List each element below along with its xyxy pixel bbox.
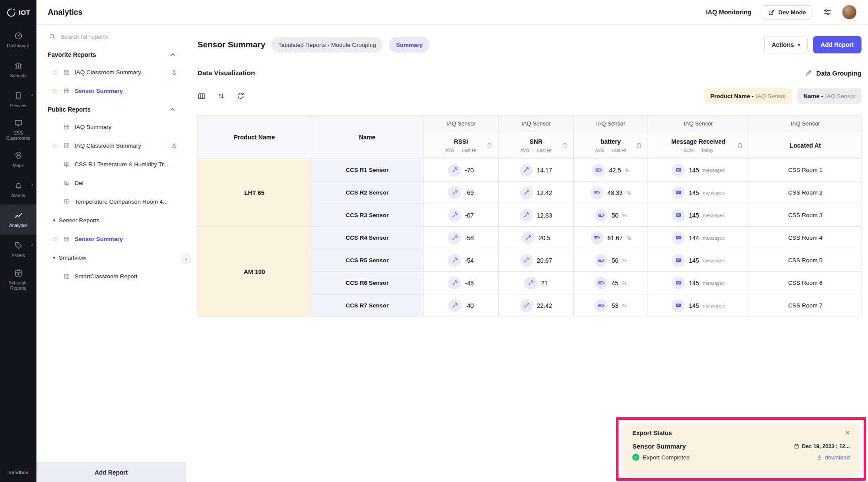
sliders-icon[interactable] [823, 8, 832, 17]
env-label: IAQ Monitoring [706, 9, 752, 16]
dev-mode-button[interactable]: Dev Mode [762, 5, 812, 20]
snr-cell: 12.83 [499, 204, 574, 227]
messages-cell: 145 messages [648, 249, 749, 272]
battery-icon [595, 254, 608, 267]
column-header-battery: battery AVGLast Hr [574, 132, 648, 159]
nav-item-alarms[interactable]: Alarms › [0, 175, 36, 205]
public-reports-header[interactable]: Public Reports [36, 100, 186, 118]
signal-icon [448, 186, 461, 199]
signal-icon [520, 164, 533, 177]
battery-cell: 53 % [574, 294, 648, 317]
nav-item-schedule-reports[interactable]: Schedule Reports [0, 264, 36, 294]
refresh-icon[interactable] [237, 92, 245, 100]
signal-icon [524, 277, 537, 290]
signal-icon [448, 231, 461, 244]
nav-item-assets[interactable]: Assets › [0, 234, 36, 264]
nav-item-analytics[interactable]: Analytics [0, 205, 36, 234]
rssi-cell: -67 [424, 204, 499, 227]
sensor-summary-table: Product Name Name IAQ Sensor IAQ Sensor … [197, 115, 862, 317]
report-item[interactable]: ☆ IAQ Classroom Summary [36, 63, 186, 82]
sort-icon[interactable] [217, 92, 225, 100]
report-item[interactable]: SmartClassroom Report [36, 267, 186, 286]
caret-down-icon: ▾ [53, 218, 56, 223]
signal-icon [522, 231, 535, 244]
external-link-icon [768, 9, 775, 16]
sidebar-collapse-button[interactable]: ‹ [181, 254, 191, 264]
clipboard-icon[interactable] [636, 142, 642, 149]
located-at-cell: CSS Room 2 [749, 182, 862, 204]
nav-item-schools[interactable]: Schools [0, 55, 36, 85]
download-link[interactable]: download [816, 454, 850, 461]
grouping-pill-name[interactable]: Name -IAQ Sensor [797, 88, 861, 104]
rssi-cell: -70 [424, 159, 499, 182]
group-header-iaq-sensor: IAQ Sensor [749, 116, 862, 132]
battery-cell: 56 % [574, 249, 648, 272]
sensor-name-cell: CCS R2 Sensor [311, 182, 424, 204]
message-icon [672, 299, 685, 312]
favorite-reports-header[interactable]: Favorite Reports [36, 46, 186, 63]
column-header-name: Name [311, 116, 424, 159]
data-grouping-button[interactable]: Data Grouping [805, 69, 861, 77]
product-name-cell: AM 100 [198, 227, 311, 317]
anchor-icon [171, 69, 177, 76]
report-item[interactable]: Del [36, 174, 186, 192]
signal-icon [448, 277, 461, 290]
nav-item-maps[interactable]: Maps [0, 145, 36, 175]
folder-sensor-reports[interactable]: ▾ Sensor Reports [36, 211, 186, 230]
located-at-cell: CSS Room 4 [749, 227, 862, 249]
battery-cell: 61.67 % [574, 227, 648, 249]
signal-icon [448, 299, 461, 312]
battery-icon [591, 186, 604, 199]
report-item[interactable]: CSS R1 Temerature & Humidity Tr... [36, 155, 186, 174]
nav-item-devices[interactable]: Devices › [0, 85, 36, 115]
add-report-button[interactable]: Add Report [813, 36, 861, 53]
app-logo[interactable]: IOT [0, 0, 36, 25]
logo-text: IOT [19, 9, 30, 16]
report-item-selected[interactable]: ☆ Sensor Summary [36, 82, 186, 100]
table-icon [63, 88, 75, 94]
battery-icon [591, 231, 604, 244]
messages-cell: 144 messages [648, 227, 749, 249]
rssi-cell: -54 [424, 249, 499, 272]
report-item[interactable]: ☆ IAQ Classroom Summary [36, 136, 186, 155]
table-icon [63, 273, 75, 280]
reports-sidebar: Favorite Reports ☆ IAQ Classroom Summary… [36, 25, 186, 482]
group-header-iaq-sensor: IAQ Sensor [424, 116, 499, 132]
folder-smartview[interactable]: ▾ Smartview [36, 248, 186, 267]
snr-cell: 22.42 [499, 294, 574, 317]
star-icon[interactable]: ☆ [52, 235, 63, 243]
report-item[interactable]: Temperature Comparison Room 4... [36, 192, 186, 211]
star-icon[interactable]: ☆ [52, 142, 63, 150]
asset-tag-icon [14, 241, 23, 251]
clipboard-icon[interactable] [737, 142, 743, 149]
summary-badge[interactable]: Summary [389, 37, 430, 53]
analytics-icon [14, 211, 23, 221]
nav-item-css-classrooms[interactable]: CSS Classrooms [0, 115, 36, 145]
close-icon[interactable]: × [845, 429, 850, 437]
report-item[interactable]: IAQ Summary [36, 118, 186, 136]
clipboard-icon[interactable] [487, 142, 493, 149]
search-input[interactable] [61, 33, 165, 40]
dashboard-icon [14, 31, 23, 41]
table-icon [63, 124, 75, 130]
sidebar-add-report-button[interactable]: Add Report [36, 462, 186, 482]
schedule-reports-icon [14, 268, 23, 278]
table-row: LHT 65CCS R1 Sensor -70 14.17 42.5 % 145 [198, 159, 862, 182]
sensor-name-cell: CCS R6 Sensor [311, 272, 424, 294]
report-item-selected[interactable]: ☆ Sensor Summary [36, 230, 186, 248]
messages-cell: 145 messages [648, 272, 749, 294]
grouping-pill-product-name[interactable]: Product Name -IAQ Sensor [704, 88, 792, 104]
actions-button[interactable]: Actions ▾ [764, 36, 808, 53]
clipboard-icon[interactable] [562, 142, 568, 149]
user-avatar[interactable] [842, 5, 857, 20]
signal-icon [520, 254, 533, 267]
nav-item-dashboard[interactable]: Dashboard [0, 25, 36, 55]
battery-cell: 42.5 % [574, 159, 648, 182]
columns-icon[interactable] [197, 92, 206, 100]
star-icon[interactable]: ☆ [52, 87, 63, 95]
message-icon [672, 209, 685, 222]
board-icon [63, 180, 75, 186]
page-title: Sensor Summary [197, 40, 265, 50]
star-icon[interactable]: ☆ [52, 69, 63, 76]
report-search [36, 25, 186, 46]
